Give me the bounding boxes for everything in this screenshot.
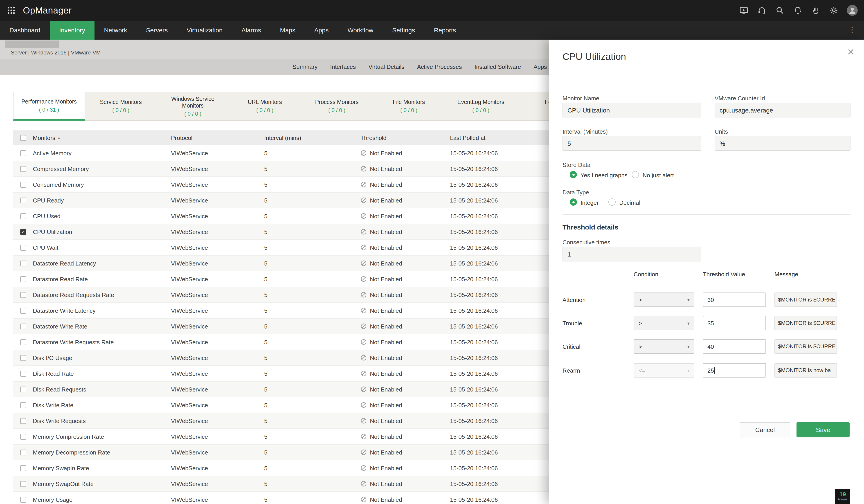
data-type-integer-label[interactable]: Integer <box>580 199 599 206</box>
monitor-name[interactable]: Memory Compression Rate <box>33 433 171 440</box>
monitor-name[interactable]: Datastore Write Latency <box>33 307 171 314</box>
support-icon[interactable] <box>757 5 766 15</box>
monitor-name[interactable]: Memory SwapIn Rate <box>33 465 171 471</box>
table-row[interactable]: Compressed MemoryVIWebService5Not Enable… <box>13 161 549 177</box>
nav-item-alarms[interactable]: Alarms <box>232 21 271 40</box>
data-type-integer-radio[interactable] <box>570 199 577 206</box>
nav-item-virtualization[interactable]: Virtualization <box>177 21 232 40</box>
table-row[interactable]: Disk I/O UsageVIWebService5Not Enabled15… <box>13 350 549 366</box>
monitor-name[interactable]: Disk Read Requests <box>33 386 171 393</box>
monitor-tab-process-monitors[interactable]: Process Monitors( 0 / 0 ) <box>301 92 373 121</box>
monitor-name[interactable]: CPU Ready <box>33 197 171 204</box>
monitor-name[interactable]: Memory Decompression Rate <box>33 449 171 456</box>
device-tab-installed-software[interactable]: Installed Software <box>468 59 527 75</box>
monitor-name[interactable]: CPU Utilization <box>33 228 171 235</box>
row-checkbox[interactable] <box>20 371 26 376</box>
column-header-monitors[interactable]: Monitors▲ <box>33 134 171 141</box>
store-data-yes-radio[interactable] <box>570 171 577 178</box>
nav-item-servers[interactable]: Servers <box>136 21 177 40</box>
critical-threshold-value-input[interactable]: 40 <box>703 339 766 354</box>
table-row[interactable]: Disk Read RateVIWebService5Not Enabled15… <box>13 366 549 382</box>
row-checkbox[interactable] <box>20 355 26 361</box>
consecutive-times-input[interactable] <box>563 247 701 262</box>
row-checkbox[interactable] <box>20 418 26 424</box>
attention-condition-select[interactable]: >▾ <box>634 292 694 307</box>
monitor-name[interactable]: Disk Read Rate <box>33 370 171 377</box>
table-row[interactable]: Datastore Read LatencyVIWebService5Not E… <box>13 256 549 271</box>
search-icon[interactable] <box>775 5 784 15</box>
monitor-name-input[interactable] <box>563 103 701 118</box>
table-row[interactable]: Datastore Write Requests RateVIWebServic… <box>13 334 549 350</box>
trouble-message-input[interactable]: $MONITOR is $CURRE <box>775 316 837 330</box>
table-row[interactable]: Disk Read RequestsVIWebService5Not Enabl… <box>13 382 549 397</box>
monitor-tab-performance-monitors[interactable]: Performance Monitors( 0 / 31 ) <box>13 92 85 121</box>
row-checkbox[interactable] <box>20 496 26 502</box>
row-checkbox[interactable] <box>20 339 26 345</box>
feedback-icon[interactable] <box>811 5 820 15</box>
table-row[interactable]: Memory Compression RateVIWebService5Not … <box>13 429 549 445</box>
monitor-name[interactable]: Memory Usage <box>33 496 171 503</box>
user-avatar[interactable] <box>847 5 858 16</box>
table-row[interactable]: Datastore Write LatencyVIWebService5Not … <box>13 303 549 319</box>
nav-item-maps[interactable]: Maps <box>271 21 305 40</box>
nav-item-workflow[interactable]: Workflow <box>338 21 383 40</box>
alarms-badge[interactable]: 19 Alarms <box>835 489 850 504</box>
store-data-no-radio[interactable] <box>632 171 639 178</box>
nav-item-reports[interactable]: Reports <box>424 21 465 40</box>
monitor-tab-url-monitors[interactable]: URL Monitors( 0 / 0 ) <box>229 92 301 121</box>
device-tab-active-processes[interactable]: Active Processes <box>411 59 468 75</box>
monitor-name[interactable]: Disk Write Requests <box>33 417 171 424</box>
table-row[interactable]: Datastore Write RateVIWebService5Not Ena… <box>13 319 549 334</box>
monitor-name[interactable]: Datastore Read Rate <box>33 276 171 283</box>
nav-item-dashboard[interactable]: Dashboard <box>0 21 50 40</box>
table-row[interactable]: Memory Decompression RateVIWebService5No… <box>13 445 549 460</box>
row-checkbox[interactable] <box>20 197 26 203</box>
monitor-tab-folder[interactable]: Folder( <box>517 92 549 121</box>
monitor-name[interactable]: Datastore Read Requests Rate <box>33 291 171 298</box>
demo-icon[interactable] <box>739 5 748 15</box>
store-data-yes-label[interactable]: Yes,I need graphs <box>580 172 627 179</box>
interval-input[interactable] <box>563 136 701 151</box>
nav-overflow-icon[interactable]: ⋮ <box>845 21 859 40</box>
monitor-name[interactable]: Consumed Memory <box>33 181 171 188</box>
critical-condition-select[interactable]: >▾ <box>634 339 694 354</box>
monitor-tab-windows-service-monitors[interactable]: Windows Service Monitors( 0 / 0 ) <box>157 92 229 121</box>
monitor-name[interactable]: Active Memory <box>33 149 171 156</box>
table-row[interactable]: Disk Write RateVIWebService5Not Enabled1… <box>13 397 549 413</box>
monitor-name[interactable]: Disk I/O Usage <box>33 355 171 361</box>
data-type-decimal-radio[interactable] <box>608 199 616 206</box>
settings-icon[interactable] <box>829 5 838 15</box>
monitor-name[interactable]: CPU Wait <box>33 244 171 251</box>
save-button[interactable]: Save <box>796 422 850 437</box>
critical-message-input[interactable]: $MONITOR is $CURRE <box>775 339 837 354</box>
device-tab-virtual-details[interactable]: Virtual Details <box>362 59 411 75</box>
table-row[interactable]: Disk Write RequestsVIWebService5Not Enab… <box>13 413 549 429</box>
rearm-threshold-value-input[interactable]: 25 <box>703 363 766 377</box>
trouble-threshold-value-input[interactable]: 35 <box>703 316 766 330</box>
store-data-no-label[interactable]: No,just alert <box>643 172 674 179</box>
table-row[interactable]: Consumed MemoryVIWebService5Not Enabled1… <box>13 177 549 193</box>
table-row[interactable]: Datastore Read Requests RateVIWebService… <box>13 287 549 303</box>
monitor-name[interactable]: Disk Write Rate <box>33 401 171 408</box>
monitor-name[interactable]: CPU Used <box>33 213 171 219</box>
row-checkbox[interactable] <box>20 244 26 250</box>
row-checkbox[interactable] <box>20 308 26 313</box>
nav-item-apps[interactable]: Apps <box>305 21 338 40</box>
row-checkbox[interactable]: ✓ <box>20 229 26 235</box>
attention-threshold-value-input[interactable]: 30 <box>703 292 766 307</box>
counter-id-input[interactable] <box>715 103 851 118</box>
nav-item-settings[interactable]: Settings <box>383 21 424 40</box>
row-checkbox[interactable] <box>20 182 26 188</box>
row-checkbox[interactable] <box>20 386 26 392</box>
monitor-name[interactable]: Datastore Write Rate <box>33 323 171 329</box>
row-checkbox[interactable] <box>20 166 26 172</box>
select-all-checkbox[interactable] <box>20 135 26 141</box>
monitor-name[interactable]: Compressed Memory <box>33 165 171 172</box>
row-checkbox[interactable] <box>20 434 26 440</box>
table-row[interactable]: Active MemoryVIWebService5Not Enabled15-… <box>13 145 549 161</box>
apps-grid-icon[interactable] <box>6 5 16 15</box>
nav-item-inventory[interactable]: Inventory <box>50 21 95 40</box>
row-checkbox[interactable] <box>20 260 26 266</box>
monitor-name[interactable]: Datastore Write Requests Rate <box>33 339 171 345</box>
row-checkbox[interactable] <box>20 402 26 408</box>
